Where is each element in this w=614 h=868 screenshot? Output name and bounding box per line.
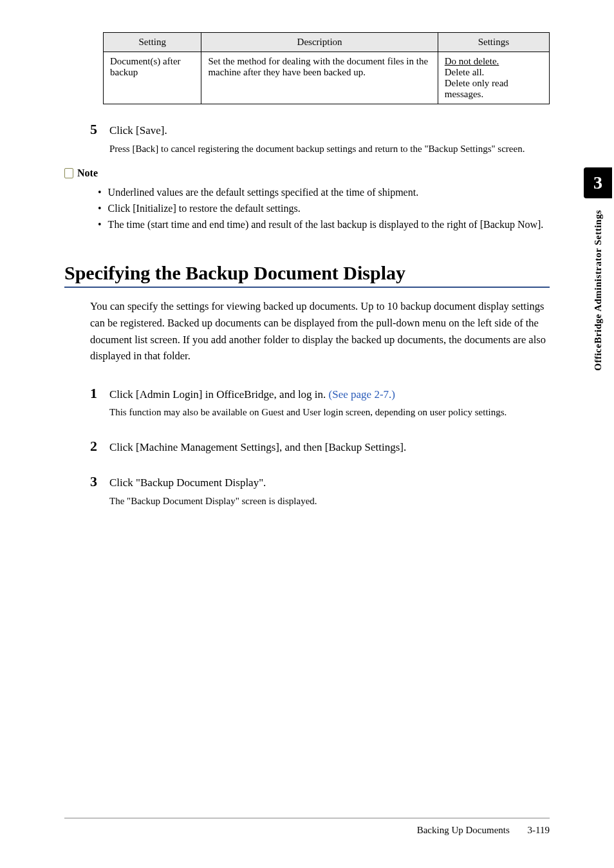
step-detail: The "Backup Document Display" screen is … <box>109 494 550 509</box>
note-item: The time (start time and end time) and r… <box>109 217 550 233</box>
step-number: 1 <box>90 385 97 402</box>
cell-description: Set the method for dealing with the docu… <box>201 52 438 104</box>
step-instruction: Click "Backup Document Display". <box>109 475 550 491</box>
page-footer: Backing Up Documents 3-119 <box>64 818 550 836</box>
th-description: Description <box>201 33 438 52</box>
chapter-number: 3 <box>584 167 612 198</box>
cell-setting: Document(s) after backup <box>104 52 201 104</box>
note-item: Click [Initialize] to restore the defaul… <box>109 201 550 217</box>
note-label-text: Note <box>77 167 98 179</box>
step-instruction: Click [Machine Management Settings], and… <box>109 439 550 456</box>
step-instruction: Click [Save]. <box>109 122 550 139</box>
step-5: 5 Click [Save]. Press [Back] to cancel r… <box>90 122 550 156</box>
page-reference-link[interactable]: (See page 2-7.) <box>329 388 395 401</box>
table-row: Document(s) after backup Set the method … <box>104 52 550 104</box>
step-number: 3 <box>90 473 97 490</box>
step-3: 3 Click "Backup Document Display". The "… <box>90 475 550 508</box>
footer-page-number: 3-119 <box>528 825 550 835</box>
note-icon <box>64 168 73 178</box>
other-values: Delete all. Delete only read messages. <box>445 67 508 99</box>
step-detail: Press [Back] to cancel registering the d… <box>109 142 550 156</box>
step-number: 5 <box>90 121 97 138</box>
note-item: Underlined values are the default settin… <box>109 185 550 201</box>
default-value: Do not delete. <box>445 56 499 66</box>
step-instruction: Click [Admin Login] in OfficeBridge, and… <box>109 386 550 403</box>
side-tab: 3 OfficeBridge Administrator Settings <box>582 167 614 371</box>
note-heading: Note <box>64 167 98 179</box>
section-intro: You can specify the settings for viewing… <box>90 298 550 364</box>
cell-settings: Do not delete.Delete all. Delete only re… <box>438 52 549 104</box>
step-number: 2 <box>90 438 97 455</box>
th-setting: Setting <box>104 33 201 52</box>
th-settings: Settings <box>438 33 549 52</box>
chapter-title: OfficeBridge Administrator Settings <box>593 210 604 371</box>
step-1: 1 Click [Admin Login] in OfficeBridge, a… <box>90 386 550 420</box>
note-list: Underlined values are the default settin… <box>109 185 550 232</box>
section-title: Specifying the Backup Document Display <box>64 262 550 288</box>
footer-section-title: Backing Up Documents <box>417 825 510 835</box>
settings-table: Setting Description Settings Document(s)… <box>103 32 550 104</box>
step-2: 2 Click [Machine Management Settings], a… <box>90 439 550 456</box>
step-detail: This function may also be available on G… <box>109 405 550 420</box>
